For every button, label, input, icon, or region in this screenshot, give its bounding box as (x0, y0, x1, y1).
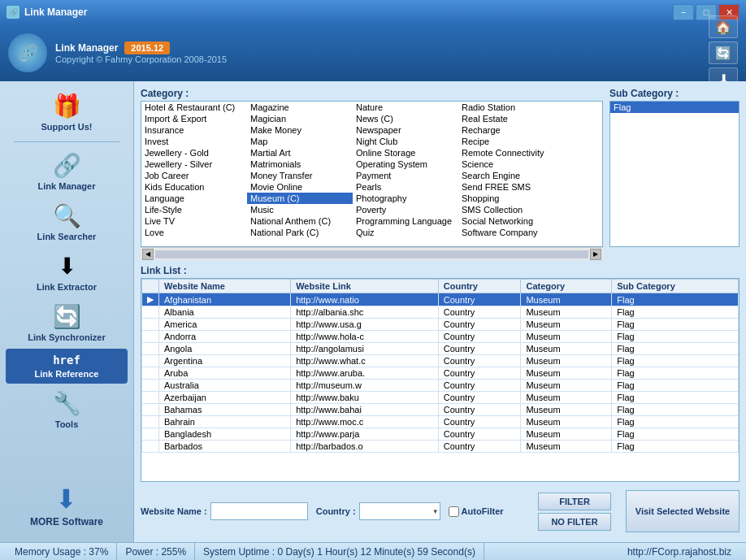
table-cell: Bangladesh (159, 428, 291, 441)
table-row[interactable]: Barbadoshttp://barbados.oCountryMuseumFl… (142, 441, 739, 453)
category-item[interactable]: Night Club (353, 136, 458, 147)
category-item[interactable]: Hotel & Restaurant (C) (141, 102, 247, 113)
category-item[interactable]: Import & Export (141, 113, 247, 124)
autofilter-checkbox[interactable] (449, 506, 459, 517)
category-item[interactable]: Shopping (458, 193, 564, 204)
category-item[interactable]: News (C) (353, 113, 458, 124)
category-item[interactable]: Language (141, 193, 247, 204)
sidebar-item-link-manager[interactable]: 🔗 Link Manager (6, 147, 128, 196)
sidebar-item-link-searcher[interactable]: 🔍 Link Searcher (6, 198, 128, 246)
category-item[interactable]: Jewellery - Gold (141, 147, 247, 158)
category-item[interactable]: Magician (247, 113, 353, 124)
sub-category-list[interactable]: Flag (609, 101, 739, 247)
table-row[interactable]: Angolahttp://angolamusiCountryMuseumFlag (142, 343, 739, 355)
category-item[interactable]: Real Estate (458, 113, 564, 124)
filter-button[interactable]: FILTER (538, 493, 611, 510)
category-item[interactable]: Jewellery - Silver (141, 158, 247, 170)
category-item[interactable]: Make Money (247, 124, 353, 136)
category-item[interactable]: Social Networking (458, 215, 564, 227)
category-item[interactable]: SMS Collection (458, 204, 564, 215)
table-cell: Flag (612, 416, 739, 428)
category-item[interactable]: Science (458, 158, 564, 170)
category-item[interactable]: Love (141, 227, 247, 238)
table-row[interactable]: Andorrahttp://www.hola-cCountryMuseumFla… (142, 331, 739, 343)
category-item[interactable]: Live TV (141, 215, 247, 227)
link-manager-icon: 🔗 (53, 152, 81, 179)
table-row[interactable]: Argentinahttp://www.what.cCountryMuseumF… (142, 355, 739, 367)
category-item[interactable]: Payment (353, 170, 458, 181)
table-cell: http://www.hola-c (291, 331, 439, 343)
sub-category-item[interactable]: Flag (610, 102, 739, 113)
no-filter-button[interactable]: NO FILTER (538, 513, 611, 531)
sidebar-item-support-us[interactable]: 🎁 Support Us! (6, 88, 128, 137)
category-item[interactable]: Poverty (353, 204, 458, 215)
table-row[interactable]: Bangladeshhttp://www.parjaCountryMuseumF… (142, 428, 739, 441)
website-name-field: Website Name : (141, 502, 308, 520)
category-item[interactable]: Newspaper (353, 124, 458, 136)
sidebar-item-link-extractor[interactable]: ⬇ Link Extractor (6, 248, 128, 297)
category-item[interactable]: Nature (353, 102, 458, 113)
category-item[interactable]: Museum (C) (247, 193, 353, 204)
category-item[interactable]: Life-Style (141, 204, 247, 215)
table-row[interactable]: Albaniahttp://albania.shcCountryMuseumFl… (142, 306, 739, 319)
category-item[interactable]: Invest (141, 136, 247, 147)
link-table-container[interactable]: Website NameWebsite LinkCountryCategoryS… (141, 278, 739, 482)
category-item[interactable]: Search Engine (458, 170, 564, 181)
category-item[interactable]: Recipe (458, 136, 564, 147)
category-item[interactable]: Music (247, 204, 353, 215)
table-header-cell: Sub Category (612, 280, 739, 293)
table-cell: Albania (159, 306, 291, 319)
category-item[interactable]: Movie Online (247, 181, 353, 193)
sidebar-item-link-synchronizer[interactable]: 🔄 Link Synchronizer (6, 298, 128, 347)
table-row[interactable]: Bahrainhttp://www.moc.cCountryMuseumFlag (142, 416, 739, 428)
table-row[interactable]: Azerbaijanhttp://www.bakuCountryMuseumFl… (142, 392, 739, 404)
table-cell: Flag (612, 331, 739, 343)
sidebar-label-link-reference: Link Reference (35, 369, 99, 379)
table-row[interactable]: Bahamashttp://www.bahaiCountryMuseumFlag (142, 404, 739, 416)
header-right: 🏠 🔄 ⬇ (709, 15, 738, 90)
table-row[interactable]: Arubahttp://www.aruba.CountryMuseumFlag (142, 367, 739, 380)
category-item[interactable]: Magazine (247, 102, 353, 113)
category-item[interactable]: Send FREE SMS (458, 181, 564, 193)
table-cell: Country (438, 380, 521, 392)
table-row[interactable]: Australiahttp://museum.wCountryMuseumFla… (142, 380, 739, 392)
category-item[interactable]: Radio Station (458, 102, 564, 113)
category-item[interactable]: Quiz (353, 227, 458, 238)
category-item[interactable]: Online Storage (353, 147, 458, 158)
table-row[interactable]: ▶Afghanistanhttp://www.natioCountryMuseu… (142, 293, 739, 306)
status-uptime: System Uptime : 0 Day(s) 1 Hour(s) 12 Mi… (195, 543, 484, 560)
refresh-button[interactable]: 🔄 (709, 41, 738, 64)
category-item[interactable]: Matrimonials (247, 158, 353, 170)
scroll-left-arrow[interactable]: ◀ (142, 249, 154, 260)
category-item[interactable]: Remote Connectivity (458, 147, 564, 158)
home-button[interactable]: 🏠 (709, 15, 738, 38)
category-item[interactable]: Programming Language (353, 215, 458, 227)
sidebar-item-link-reference[interactable]: href Link Reference (6, 349, 128, 384)
website-name-input[interactable] (210, 502, 308, 520)
table-cell: Museum (521, 441, 612, 453)
table-row[interactable]: Americahttp://www.usa.gCountryMuseumFlag (142, 319, 739, 331)
category-item[interactable]: Software Company (458, 227, 564, 238)
country-select[interactable]: Country (359, 502, 440, 520)
category-item[interactable]: Money Transfer (247, 170, 353, 181)
table-cell: Flag (612, 306, 739, 319)
category-item[interactable]: Operating System (353, 158, 458, 170)
category-item[interactable]: Kids Education (141, 181, 247, 193)
category-hscrollbar[interactable]: ◀ ▶ (141, 247, 603, 260)
category-item[interactable]: Martial Art (247, 147, 353, 158)
scroll-right-arrow[interactable]: ▶ (590, 249, 601, 260)
table-cell: Aruba (159, 367, 291, 380)
category-item[interactable]: Insurance (141, 124, 247, 136)
category-item[interactable]: Pearls (353, 181, 458, 193)
category-item[interactable]: Recharge (458, 124, 564, 136)
category-item[interactable]: Map (247, 136, 353, 147)
category-item[interactable]: National Park (C) (247, 227, 353, 238)
status-power: Power : 255% (117, 543, 195, 560)
category-item[interactable]: Photography (353, 193, 458, 204)
category-item[interactable]: National Anthem (C) (247, 215, 353, 227)
category-list[interactable]: Hotel & Restaurant (C)Import & ExportIns… (141, 101, 603, 247)
minimize-button[interactable]: − (673, 4, 694, 20)
sidebar-item-tools[interactable]: 🔧 Tools (6, 385, 128, 434)
category-item[interactable]: Job Career (141, 170, 247, 181)
visit-selected-website-button[interactable]: Visit Selected Website (626, 490, 739, 532)
